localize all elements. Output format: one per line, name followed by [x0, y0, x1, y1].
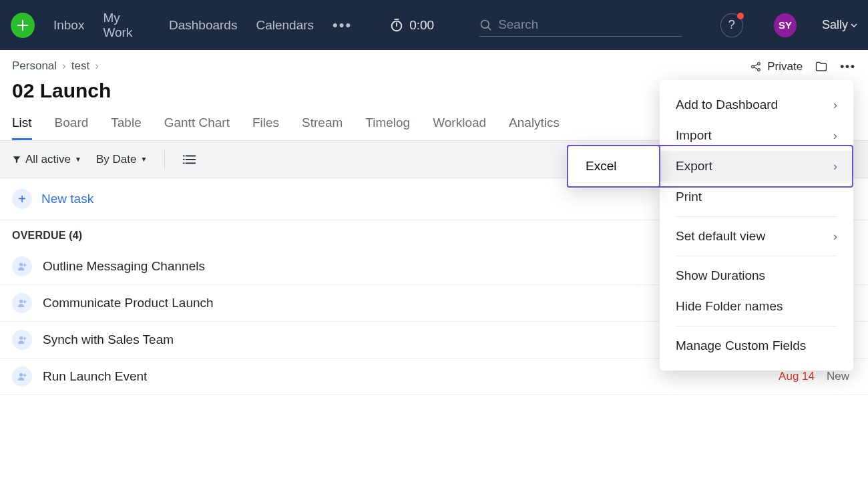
menu-add-to-dashboard[interactable]: Add to Dashboard › — [660, 89, 853, 120]
user-name-dropdown[interactable]: Sally — [822, 18, 857, 32]
new-task-label: New task — [41, 192, 93, 206]
menu-item-label: Import — [676, 128, 712, 143]
filter-icon — [12, 155, 21, 164]
chevron-right-icon: › — [833, 159, 837, 174]
sort-by-label: By Date — [96, 153, 136, 166]
menu-item-label: Hide Folder names — [676, 299, 783, 314]
folder-icon — [815, 60, 828, 73]
timer-value: 0:00 — [409, 18, 434, 33]
breadcrumb-item-test[interactable]: test — [71, 59, 89, 73]
menu-set-default-view[interactable]: Set default view › — [660, 221, 853, 252]
breadcrumb: Personal › test › — [12, 59, 856, 73]
filter-status[interactable]: All active ▼ — [12, 153, 81, 166]
svg-point-8 — [19, 373, 23, 377]
chevron-right-icon: › — [95, 59, 99, 73]
list-icon — [182, 154, 197, 166]
task-due-date: Aug 14 — [779, 370, 815, 383]
menu-show-durations[interactable]: Show Durations — [660, 260, 853, 291]
chevron-right-icon: › — [62, 59, 66, 73]
plus-icon — [16, 19, 29, 32]
menu-hide-folder-names[interactable]: Hide Folder names — [660, 291, 853, 322]
assignee-icon[interactable] — [12, 293, 32, 313]
tab-files[interactable]: Files — [252, 115, 279, 140]
menu-item-label: Show Durations — [676, 268, 765, 283]
help-label: ? — [728, 18, 735, 32]
user-name-label: Sally — [822, 18, 848, 32]
tab-timelog[interactable]: Timelog — [365, 115, 410, 140]
filter-status-label: All active — [25, 153, 71, 166]
privacy-label: Private — [767, 60, 803, 73]
nav-my-work[interactable]: My Work — [103, 11, 150, 40]
folder-button[interactable] — [815, 60, 828, 73]
timer-widget[interactable]: 0:00 — [389, 18, 434, 33]
menu-separator — [676, 256, 837, 256]
help-button[interactable]: ? — [720, 13, 743, 37]
menu-separator — [676, 216, 837, 217]
search-wrap — [479, 13, 682, 37]
tab-stream[interactable]: Stream — [302, 115, 343, 140]
menu-item-label: Add to Dashboard — [676, 97, 778, 112]
tab-analytics[interactable]: Analytics — [509, 115, 560, 140]
stopwatch-icon — [389, 18, 404, 33]
search-input[interactable] — [479, 13, 682, 37]
nav-more-icon[interactable]: ••• — [333, 17, 352, 34]
export-excel-option[interactable]: Excel — [586, 159, 642, 174]
header-actions: Private ••• — [750, 60, 856, 73]
nav-inbox[interactable]: Inbox — [53, 18, 84, 33]
menu-import[interactable]: Import › — [660, 120, 853, 151]
folder-options-menu: Add to Dashboard › Import › Export › Pri… — [660, 80, 853, 371]
svg-point-6 — [19, 300, 23, 303]
menu-item-label: Manage Custom Fields — [676, 338, 806, 353]
menu-print[interactable]: Print — [660, 182, 853, 212]
nav-calendars[interactable]: Calendars — [256, 18, 314, 33]
menu-separator — [676, 326, 837, 326]
search-icon — [479, 19, 493, 32]
more-actions-button[interactable]: ••• — [840, 60, 856, 73]
svg-point-5 — [19, 263, 23, 266]
tab-list[interactable]: List — [12, 115, 32, 140]
chevron-right-icon: › — [833, 128, 837, 143]
top-nav: Inbox My Work Dashboards Calendars ••• 0… — [0, 0, 868, 50]
share-icon — [750, 61, 762, 73]
assignee-icon[interactable] — [12, 256, 32, 276]
tab-gantt[interactable]: Gantt Chart — [164, 115, 230, 140]
chevron-down-icon — [851, 22, 857, 29]
share-privacy[interactable]: Private — [750, 60, 803, 73]
assignee-icon[interactable] — [12, 330, 32, 350]
caret-down-icon: ▼ — [75, 156, 81, 163]
list-settings-button[interactable] — [182, 154, 197, 166]
task-title: Run Launch Event — [43, 369, 768, 384]
caret-down-icon: ▼ — [140, 156, 147, 163]
plus-icon: + — [12, 189, 32, 209]
chevron-right-icon: › — [833, 97, 837, 112]
assignee-icon[interactable] — [12, 367, 32, 387]
task-status: New — [827, 370, 849, 383]
divider — [164, 150, 165, 169]
avatar-initials: SY — [779, 19, 792, 31]
avatar[interactable]: SY — [774, 13, 797, 37]
header-row: Personal › test › — [0, 50, 868, 73]
sort-by[interactable]: By Date ▼ — [96, 153, 147, 166]
menu-export[interactable]: Export › — [660, 151, 853, 182]
menu-manage-custom-fields[interactable]: Manage Custom Fields — [660, 330, 853, 361]
export-submenu: Excel — [567, 145, 660, 188]
tab-workload[interactable]: Workload — [433, 115, 486, 140]
chevron-right-icon: › — [833, 229, 837, 244]
tab-board[interactable]: Board — [55, 115, 89, 140]
menu-item-label: Export — [676, 159, 712, 174]
breadcrumb-item-personal[interactable]: Personal — [12, 59, 57, 73]
svg-point-7 — [19, 336, 23, 340]
menu-item-label: Print — [676, 190, 702, 204]
global-add-button[interactable] — [11, 13, 35, 38]
menu-item-label: Set default view — [676, 229, 765, 244]
nav-dashboards[interactable]: Dashboards — [169, 18, 237, 33]
tab-table[interactable]: Table — [111, 115, 141, 140]
